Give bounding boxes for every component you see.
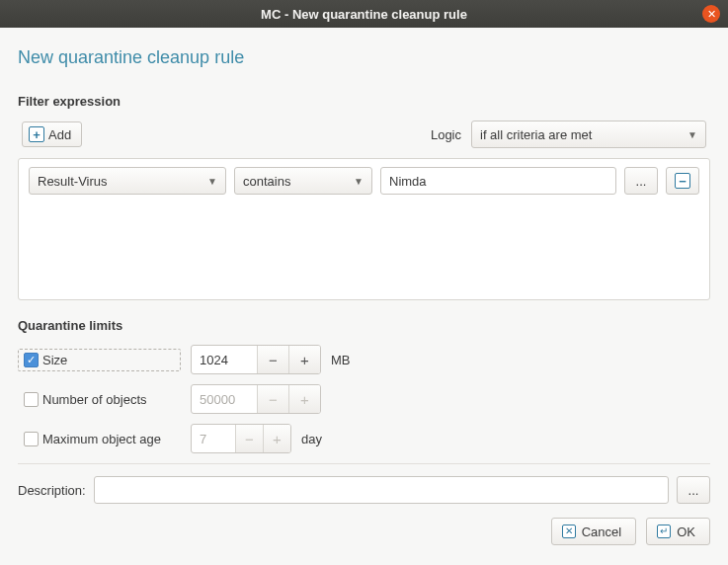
count-decrement-button: − <box>257 385 288 413</box>
count-input <box>192 385 257 413</box>
logic-label: Logic <box>431 127 461 142</box>
chevron-down-icon: ▼ <box>678 129 697 140</box>
description-input[interactable] <box>94 476 669 504</box>
age-label: Maximum object age <box>42 432 161 446</box>
dialog-content: New quarantine cleanup rule Filter expre… <box>0 28 728 557</box>
criteria-list: Result-Virus ▼ contains ▼ ... − <box>18 158 710 300</box>
count-label: Number of objects <box>42 392 147 407</box>
add-button-label: Add <box>48 127 71 142</box>
dialog-footer: ✕ Cancel ↵ OK <box>18 518 710 545</box>
size-checkbox[interactable] <box>24 353 39 367</box>
size-increment-button[interactable]: + <box>288 346 320 373</box>
description-row: Description: ... <box>18 476 710 504</box>
add-criterion-button[interactable]: + Add <box>22 121 82 147</box>
age-check-wrap[interactable]: Maximum object age <box>18 428 181 450</box>
criterion-operator-value: contains <box>243 174 290 189</box>
size-label: Size <box>42 353 67 367</box>
cancel-button[interactable]: ✕ Cancel <box>551 518 636 545</box>
size-decrement-button[interactable]: − <box>257 346 288 373</box>
ellipsis-icon: ... <box>688 483 699 498</box>
age-spinner: − + <box>191 424 291 453</box>
description-browse-button[interactable]: ... <box>677 476 710 504</box>
logic-select-value: if all criteria are met <box>480 127 592 142</box>
ok-button[interactable]: ↵ OK <box>646 518 710 545</box>
limit-row-age: Maximum object age − + day <box>18 424 710 453</box>
window-title: MC - New quarantine cleanup rule <box>0 7 728 22</box>
criterion-value-input[interactable] <box>380 167 616 195</box>
criterion-operator-select[interactable]: contains ▼ <box>234 167 372 195</box>
chevron-down-icon: ▼ <box>198 176 217 187</box>
age-input <box>192 425 235 452</box>
filter-section-label: Filter expression <box>18 94 710 109</box>
filter-toolbar: + Add Logic if all criteria are met ▼ <box>18 121 710 148</box>
size-unit: MB <box>331 353 351 367</box>
count-check-wrap[interactable]: Number of objects <box>18 388 181 411</box>
ok-icon: ↵ <box>657 525 671 538</box>
criterion-field-select[interactable]: Result-Virus ▼ <box>29 167 226 195</box>
size-check-wrap[interactable]: Size <box>18 349 181 371</box>
limits-section: Quarantine limits Size − + MB Number of … <box>18 318 710 453</box>
size-spinner[interactable]: − + <box>191 345 321 374</box>
divider <box>18 463 710 464</box>
age-checkbox[interactable] <box>24 432 39 446</box>
limit-row-count: Number of objects − + <box>18 384 710 414</box>
close-icon[interactable]: ✕ <box>702 5 720 23</box>
chevron-down-icon: ▼ <box>344 176 364 187</box>
limit-row-size: Size − + MB <box>18 345 710 374</box>
size-input[interactable] <box>192 346 257 373</box>
titlebar: MC - New quarantine cleanup rule ✕ <box>0 0 728 28</box>
age-increment-button: + <box>263 425 290 452</box>
count-checkbox[interactable] <box>24 392 39 407</box>
criterion-browse-button[interactable]: ... <box>624 167 658 195</box>
criteria-row: Result-Virus ▼ contains ▼ ... − <box>29 167 699 195</box>
count-increment-button: + <box>288 385 320 413</box>
cancel-icon: ✕ <box>562 525 576 538</box>
criterion-field-value: Result-Virus <box>38 174 108 189</box>
limits-section-label: Quarantine limits <box>18 318 710 333</box>
plus-icon: + <box>29 126 44 142</box>
page-title: New quarantine cleanup rule <box>18 47 710 68</box>
minus-icon: − <box>675 173 690 189</box>
age-decrement-button: − <box>235 425 263 452</box>
age-unit: day <box>301 432 322 446</box>
ellipsis-icon: ... <box>636 174 647 189</box>
count-spinner: − + <box>191 384 321 414</box>
cancel-button-label: Cancel <box>582 525 621 539</box>
remove-criterion-button[interactable]: − <box>666 167 699 195</box>
ok-button-label: OK <box>677 525 695 539</box>
description-label: Description: <box>18 483 86 498</box>
logic-select[interactable]: if all criteria are met ▼ <box>471 121 706 148</box>
